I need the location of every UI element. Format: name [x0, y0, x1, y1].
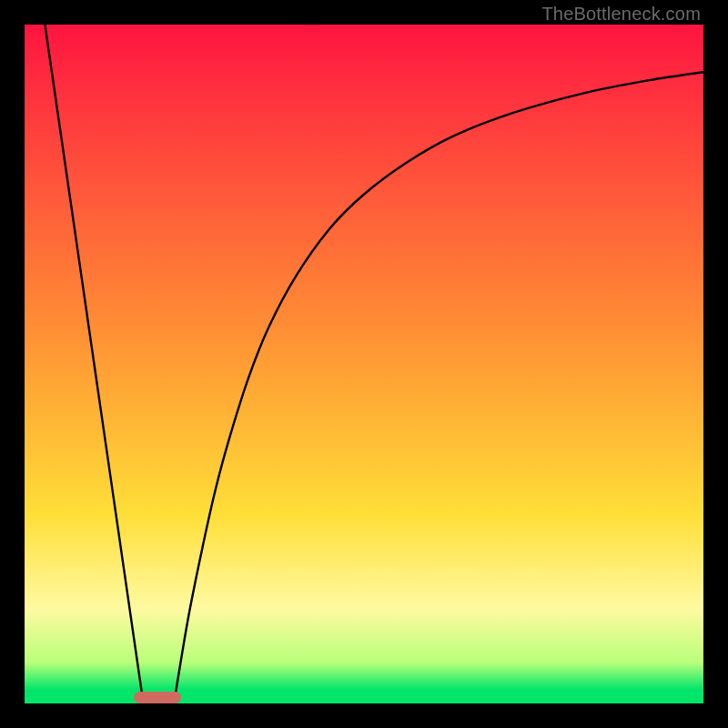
- chart-frame: TheBottleneck.com: [0, 0, 728, 728]
- watermark-text: TheBottleneck.com: [541, 4, 701, 25]
- target-range-bar: [134, 692, 181, 703]
- bottleneck-curve: [25, 25, 703, 703]
- plot-area: [25, 25, 703, 703]
